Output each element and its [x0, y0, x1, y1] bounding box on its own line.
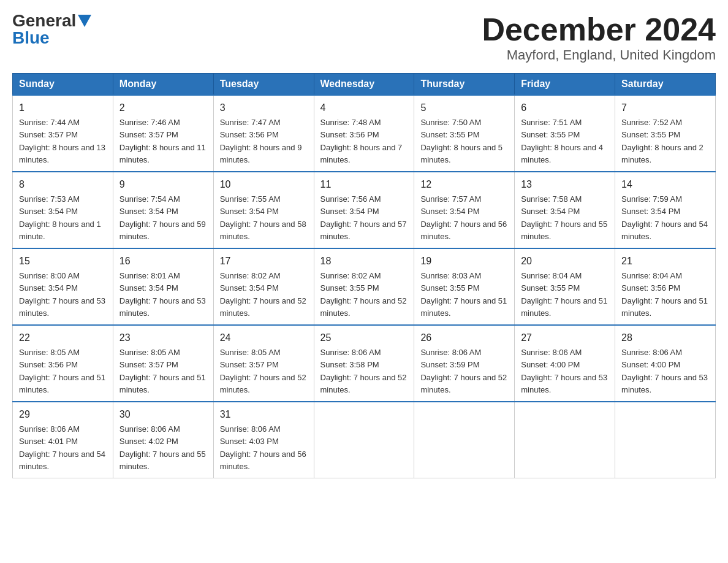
day-number: 27 [521, 331, 609, 345]
calendar-day-18: 18Sunrise: 8:02 AMSunset: 3:55 PMDayligh… [314, 248, 414, 325]
day-info: Sunrise: 7:57 AMSunset: 3:54 PMDaylight:… [420, 194, 507, 241]
month-title: December 2024 [482, 12, 716, 47]
day-info: Sunrise: 8:06 AMSunset: 3:58 PMDaylight:… [320, 348, 407, 394]
page-header: General Blue December 2024 Mayford, Engl… [12, 12, 716, 63]
calendar-day-empty [314, 402, 414, 478]
day-number: 28 [621, 331, 709, 345]
day-info: Sunrise: 8:05 AMSunset: 3:57 PMDaylight:… [220, 348, 306, 394]
calendar-day-23: 23Sunrise: 8:05 AMSunset: 3:57 PMDayligh… [113, 325, 213, 402]
calendar-day-30: 30Sunrise: 8:06 AMSunset: 4:02 PMDayligh… [113, 402, 213, 478]
day-number: 13 [521, 177, 609, 192]
day-info: Sunrise: 8:04 AMSunset: 3:55 PMDaylight:… [521, 271, 607, 318]
day-info: Sunrise: 7:47 AMSunset: 3:56 PMDaylight:… [220, 118, 302, 164]
day-info: Sunrise: 8:05 AMSunset: 3:56 PMDaylight:… [19, 348, 105, 394]
calendar-day-28: 28Sunrise: 8:06 AMSunset: 4:00 PMDayligh… [615, 325, 716, 402]
calendar-day-27: 27Sunrise: 8:06 AMSunset: 4:00 PMDayligh… [515, 325, 615, 402]
calendar-day-21: 21Sunrise: 8:04 AMSunset: 3:56 PMDayligh… [615, 248, 716, 325]
day-info: Sunrise: 7:46 AMSunset: 3:57 PMDaylight:… [119, 118, 206, 164]
day-info: Sunrise: 7:50 AMSunset: 3:55 PMDaylight:… [420, 118, 502, 164]
day-number: 26 [420, 331, 508, 345]
day-header-wednesday: Wednesday [314, 74, 414, 96]
day-info: Sunrise: 7:53 AMSunset: 3:54 PMDaylight:… [19, 194, 101, 241]
day-number: 25 [320, 331, 408, 345]
calendar-table: SundayMondayTuesdayWednesdayThursdayFrid… [12, 73, 716, 478]
calendar-day-12: 12Sunrise: 7:57 AMSunset: 3:54 PMDayligh… [414, 172, 515, 248]
day-header-tuesday: Tuesday [213, 74, 314, 96]
calendar-day-empty [414, 402, 515, 478]
day-number: 11 [320, 177, 408, 192]
day-info: Sunrise: 8:06 AMSunset: 4:01 PMDaylight:… [19, 424, 105, 471]
calendar-day-9: 9Sunrise: 7:54 AMSunset: 3:54 PMDaylight… [113, 172, 213, 248]
calendar-day-3: 3Sunrise: 7:47 AMSunset: 3:56 PMDaylight… [213, 95, 314, 172]
day-header-thursday: Thursday [414, 74, 515, 96]
day-info: Sunrise: 7:51 AMSunset: 3:55 PMDaylight:… [521, 118, 603, 164]
calendar-week-row: 22Sunrise: 8:05 AMSunset: 3:56 PMDayligh… [13, 325, 716, 402]
day-info: Sunrise: 8:06 AMSunset: 4:00 PMDaylight:… [521, 348, 607, 394]
day-number: 6 [521, 101, 609, 115]
day-info: Sunrise: 7:55 AMSunset: 3:54 PMDaylight:… [220, 194, 306, 241]
calendar-week-row: 1Sunrise: 7:44 AMSunset: 3:57 PMDaylight… [13, 95, 716, 172]
calendar-day-empty [515, 402, 615, 478]
day-number: 16 [119, 254, 207, 269]
day-info: Sunrise: 8:06 AMSunset: 4:02 PMDaylight:… [119, 424, 206, 471]
calendar-day-14: 14Sunrise: 7:59 AMSunset: 3:54 PMDayligh… [615, 172, 716, 248]
calendar-day-31: 31Sunrise: 8:06 AMSunset: 4:03 PMDayligh… [213, 402, 314, 478]
day-number: 31 [220, 407, 308, 422]
day-info: Sunrise: 7:44 AMSunset: 3:57 PMDaylight:… [19, 118, 105, 164]
day-info: Sunrise: 8:06 AMSunset: 3:59 PMDaylight:… [420, 348, 507, 394]
location: Mayford, England, United Kingdom [482, 47, 716, 63]
calendar-day-29: 29Sunrise: 8:06 AMSunset: 4:01 PMDayligh… [13, 402, 113, 478]
day-info: Sunrise: 8:01 AMSunset: 3:54 PMDaylight:… [119, 271, 206, 318]
day-info: Sunrise: 8:03 AMSunset: 3:55 PMDaylight:… [420, 271, 507, 318]
day-info: Sunrise: 7:56 AMSunset: 3:54 PMDaylight:… [320, 194, 407, 241]
calendar-day-13: 13Sunrise: 7:58 AMSunset: 3:54 PMDayligh… [515, 172, 615, 248]
day-number: 29 [19, 407, 107, 422]
day-number: 10 [220, 177, 308, 192]
calendar-day-26: 26Sunrise: 8:06 AMSunset: 3:59 PMDayligh… [414, 325, 515, 402]
calendar-day-4: 4Sunrise: 7:48 AMSunset: 3:56 PMDaylight… [314, 95, 414, 172]
day-info: Sunrise: 8:05 AMSunset: 3:57 PMDaylight:… [119, 348, 206, 394]
calendar-day-16: 16Sunrise: 8:01 AMSunset: 3:54 PMDayligh… [113, 248, 213, 325]
day-number: 4 [320, 101, 408, 115]
calendar-week-row: 15Sunrise: 8:00 AMSunset: 3:54 PMDayligh… [13, 248, 716, 325]
calendar-day-8: 8Sunrise: 7:53 AMSunset: 3:54 PMDaylight… [13, 172, 113, 248]
day-number: 30 [119, 407, 207, 422]
svg-marker-0 [78, 15, 91, 27]
calendar-day-7: 7Sunrise: 7:52 AMSunset: 3:55 PMDaylight… [615, 95, 716, 172]
day-info: Sunrise: 8:04 AMSunset: 3:56 PMDaylight:… [621, 271, 708, 318]
calendar-day-17: 17Sunrise: 8:02 AMSunset: 3:54 PMDayligh… [213, 248, 314, 325]
day-number: 20 [521, 254, 609, 269]
calendar-day-19: 19Sunrise: 8:03 AMSunset: 3:55 PMDayligh… [414, 248, 515, 325]
day-number: 9 [119, 177, 207, 192]
day-info: Sunrise: 7:48 AMSunset: 3:56 PMDaylight:… [320, 118, 403, 164]
calendar-day-empty [615, 402, 716, 478]
day-info: Sunrise: 8:06 AMSunset: 4:00 PMDaylight:… [621, 348, 708, 394]
calendar-day-5: 5Sunrise: 7:50 AMSunset: 3:55 PMDaylight… [414, 95, 515, 172]
calendar-day-11: 11Sunrise: 7:56 AMSunset: 3:54 PMDayligh… [314, 172, 414, 248]
day-info: Sunrise: 8:00 AMSunset: 3:54 PMDaylight:… [19, 271, 105, 318]
day-header-saturday: Saturday [615, 74, 716, 96]
calendar-day-15: 15Sunrise: 8:00 AMSunset: 3:54 PMDayligh… [13, 248, 113, 325]
calendar-day-20: 20Sunrise: 8:04 AMSunset: 3:55 PMDayligh… [515, 248, 615, 325]
logo-general-text: General [12, 12, 76, 29]
calendar-day-24: 24Sunrise: 8:05 AMSunset: 3:57 PMDayligh… [213, 325, 314, 402]
day-number: 18 [320, 254, 408, 269]
day-header-monday: Monday [113, 74, 213, 96]
day-header-sunday: Sunday [13, 74, 113, 96]
day-number: 19 [420, 254, 508, 269]
day-number: 3 [220, 101, 308, 115]
day-number: 2 [119, 101, 207, 115]
calendar-day-6: 6Sunrise: 7:51 AMSunset: 3:55 PMDaylight… [515, 95, 615, 172]
day-number: 23 [119, 331, 207, 345]
day-number: 7 [621, 101, 709, 115]
calendar-day-1: 1Sunrise: 7:44 AMSunset: 3:57 PMDaylight… [13, 95, 113, 172]
calendar-day-2: 2Sunrise: 7:46 AMSunset: 3:57 PMDaylight… [113, 95, 213, 172]
logo-blue-text: Blue [12, 29, 50, 47]
day-number: 14 [621, 177, 709, 192]
calendar-week-row: 8Sunrise: 7:53 AMSunset: 3:54 PMDaylight… [13, 172, 716, 248]
day-number: 22 [19, 331, 107, 345]
day-number: 12 [420, 177, 508, 192]
day-info: Sunrise: 8:02 AMSunset: 3:54 PMDaylight:… [220, 271, 306, 318]
logo-general-line: General [12, 12, 91, 29]
day-number: 24 [220, 331, 308, 345]
